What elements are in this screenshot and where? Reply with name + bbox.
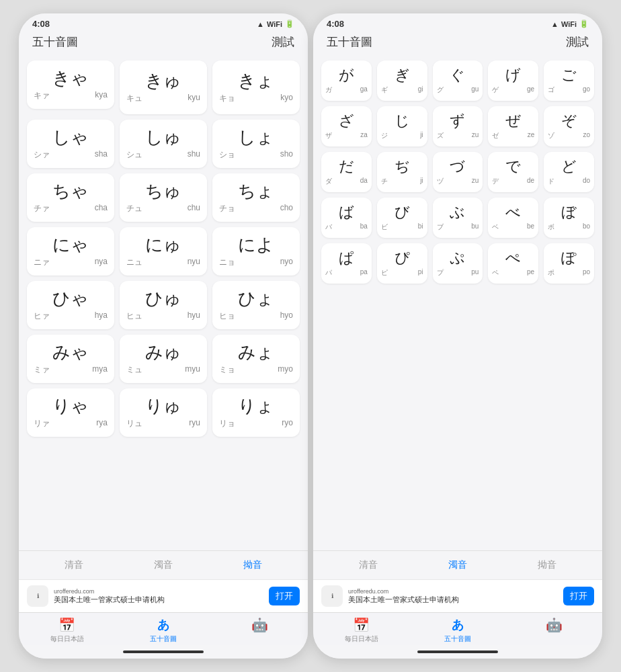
nav-robot-right[interactable]: 🤖 — [506, 617, 602, 644]
tab-dakuten-right[interactable]: 濁音 — [413, 556, 503, 574]
kana-card-small[interactable]: げ ゲ ge — [488, 60, 538, 101]
kana-card[interactable]: ひゅ ヒュ hyu — [120, 281, 207, 329]
kana-main-small: ぎ — [395, 67, 410, 84]
ad-content-right: urofferedu.com 美国本土唯一管家式硕士申请机构 — [348, 588, 558, 605]
ad-url-right: urofferedu.com — [348, 588, 558, 595]
kana-sub: キァ kya — [31, 90, 110, 101]
kana-card-small[interactable]: ぎ ギ gi — [377, 60, 427, 101]
kana-main: ひゅ — [145, 288, 181, 309]
nav-50on-left[interactable]: あ 五十音圖 — [115, 617, 211, 644]
kana-card[interactable]: みゃ ミァ mya — [27, 335, 114, 383]
kana-card-small[interactable]: ど ド do — [544, 152, 594, 192]
kana-card-small[interactable]: ざ ザ za — [321, 106, 372, 146]
kana-card-small[interactable]: ば バ ba — [321, 198, 372, 238]
kana-main: しゅ — [145, 127, 181, 148]
kana-card-small[interactable]: で デ de — [488, 152, 538, 192]
kana-katakana: ミョ — [219, 364, 235, 376]
ad-icon-left: ℹ — [27, 585, 48, 607]
kana-card[interactable]: ひゃ ヒァ hya — [27, 281, 114, 329]
app-test-left: 測試 — [272, 34, 294, 50]
kana-card-small[interactable]: ぼ ボ bo — [544, 198, 594, 238]
kana-main: にゃ — [52, 235, 89, 255]
kana-card-small[interactable]: ず ズ zu — [433, 106, 483, 146]
kana-card[interactable]: きゅ キュ kyu — [120, 60, 207, 114]
kana-sub: リョ ryo — [216, 418, 296, 429]
ad-logo-right: ℹ — [331, 593, 333, 599]
kana-card[interactable]: みゅ ミュ myu — [120, 335, 207, 383]
nav-daily-right[interactable]: 📅 毎日日本語 — [313, 617, 409, 644]
tab-yoon-right[interactable]: 拗音 — [502, 556, 591, 574]
ad-text-left: 美国本土唯一管家式硕士申请机构 — [54, 595, 263, 605]
kana-main: きゅ — [145, 71, 181, 91]
home-bar-left — [123, 650, 204, 653]
ad-logo-left: ℹ — [37, 593, 39, 599]
kana-sub: チュ chu — [124, 203, 203, 214]
kana-main: りょ — [238, 396, 274, 417]
tab-yoon-left[interactable]: 拗音 — [208, 556, 297, 574]
status-bar-right: 4:08 ▲ WiFi 🔋 — [313, 13, 602, 32]
kana-card-small[interactable]: ご ゴ go — [544, 60, 594, 101]
right-phone: 4:08 ▲ WiFi 🔋 五十音圖 測試 が ガ ga — [313, 13, 602, 659]
kana-card-small[interactable]: ぷ プ pu — [433, 243, 483, 284]
kana-romaji: kya — [95, 90, 108, 101]
nav-50on-icon-right: あ — [452, 617, 464, 633]
kana-card-small[interactable]: づ ヅ zu — [433, 152, 483, 192]
kana-card-small[interactable]: ぺ ペ pe — [488, 243, 538, 284]
kana-card[interactable]: ちゃ チァ cha — [27, 173, 114, 222]
kana-card[interactable]: りゅ リュ ryu — [120, 388, 207, 437]
kana-main: みょ — [238, 342, 274, 363]
kana-katakana: チョ — [219, 203, 235, 214]
kana-sub-small: ギ gi — [380, 85, 425, 95]
kana-card-small[interactable]: べ ベ be — [488, 198, 538, 238]
nav-daily-left[interactable]: 📅 毎日日本語 — [19, 617, 115, 644]
battery-icon-right: 🔋 — [579, 19, 589, 28]
kana-card[interactable]: ちょ チョ cho — [212, 173, 300, 222]
tab-seion-left[interactable]: 清音 — [30, 556, 119, 574]
nav-robot-left[interactable]: 🤖 — [212, 617, 308, 644]
kana-card-small[interactable]: が ガ ga — [321, 60, 372, 101]
kana-card-small[interactable]: ぴ ピ pi — [377, 243, 427, 284]
kana-card-small[interactable]: だ ダ da — [321, 152, 372, 192]
scroll-content-left[interactable]: きゃ キァ kya きゅ キュ kyu きょ キョ — [19, 55, 308, 550]
kana-main: しゃ — [52, 127, 89, 148]
kana-card-small[interactable]: ぢ チ ji — [377, 152, 427, 192]
kana-katakana: キュ — [126, 93, 142, 104]
kana-card-small[interactable]: ぐ グ gu — [433, 60, 483, 101]
scroll-content-right[interactable]: が ガ ga ぎ ギ gi ぐ グ — [313, 55, 602, 550]
kana-card[interactable]: きゃ キァ kya — [27, 60, 114, 109]
kana-romaji: cha — [95, 203, 108, 214]
kana-card[interactable]: しゅ シュ shu — [120, 120, 207, 168]
kana-card[interactable]: きょ キョ kyo — [212, 60, 300, 114]
kana-katakana: ニョ — [219, 257, 235, 268]
kana-card[interactable]: しゃ シァ sha — [27, 120, 114, 168]
kana-card-small[interactable]: ぽ ポ po — [544, 243, 594, 284]
kana-card[interactable]: みょ ミョ myo — [212, 335, 300, 383]
ad-content-left: urofferedu.com 美国本土唯一管家式硕士申请机构 — [54, 588, 263, 605]
kana-sub: ニョ nyo — [216, 257, 296, 268]
kana-card[interactable]: によ ニョ nyo — [212, 227, 300, 276]
kana-card-small[interactable]: ぶ ブ bu — [433, 198, 483, 238]
kana-sub: シュ shu — [124, 149, 203, 161]
kana-card[interactable]: りょ リョ ryo — [212, 388, 300, 437]
nav-50on-right[interactable]: あ 五十音圖 — [409, 617, 505, 644]
kana-card-small[interactable]: じ ジ ji — [377, 106, 427, 146]
kana-card-small[interactable]: ぱ パ pa — [321, 243, 372, 284]
kana-romaji: nyo — [280, 257, 293, 268]
kana-card[interactable]: ちゅ チュ chu — [120, 173, 207, 222]
kana-card[interactable]: しょ ショ sho — [212, 120, 300, 168]
tab-dakuten-left[interactable]: 濁音 — [119, 556, 208, 574]
ad-button-right[interactable]: 打开 — [563, 587, 594, 605]
kana-card-small[interactable]: ぜ ゼ ze — [488, 106, 538, 146]
kana-card[interactable]: にゃ ニァ nya — [27, 227, 114, 276]
tab-seion-right[interactable]: 清音 — [324, 556, 413, 574]
kana-romaji: myo — [278, 364, 293, 376]
kana-main: りゃ — [52, 396, 89, 417]
kana-card[interactable]: にゅ ニュ nyu — [120, 227, 207, 276]
kana-card[interactable]: りゃ リァ rya — [27, 388, 114, 437]
kana-card-small[interactable]: び ビ bi — [377, 198, 427, 238]
ad-button-left[interactable]: 打开 — [269, 587, 300, 605]
kana-main: ちゃ — [52, 181, 89, 202]
kana-card-small[interactable]: ぞ ゾ zo — [544, 106, 594, 146]
kana-card[interactable]: ひょ ヒョ hyo — [212, 281, 300, 329]
kana-sub: リュ ryu — [124, 418, 203, 429]
